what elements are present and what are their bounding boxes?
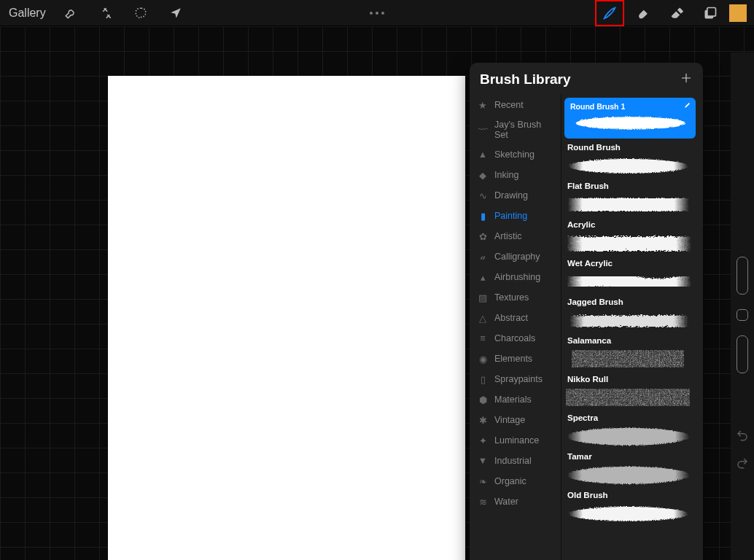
- svg-point-3: [568, 158, 688, 173]
- svg-rect-1: [707, 7, 716, 16]
- category-item-industrial[interactable]: ▼Industrial: [470, 451, 561, 471]
- brush-preview: [564, 502, 691, 525]
- category-item-organic[interactable]: ❧Organic: [470, 471, 561, 491]
- brush-name: Jagged Brush: [567, 298, 699, 306]
- panel-header: Brush Library: [470, 63, 703, 95]
- color-swatch[interactable]: [729, 4, 747, 22]
- brush-name: Old Brush: [567, 491, 699, 499]
- category-item-jay-s-brush-set[interactable]: 〰Jay's Brush Set: [470, 115, 561, 144]
- workspace: Brush Library ★Recent〰Jay's Brush Set▲Sk…: [0, 26, 754, 560]
- category-item-artistic[interactable]: ✿Artistic: [470, 226, 561, 246]
- brush-item[interactable]: Old Brush: [564, 491, 699, 525]
- svg-point-2: [575, 116, 685, 128]
- category-item-painting[interactable]: ▮Painting: [470, 206, 561, 226]
- brush-item[interactable]: Tamar: [564, 452, 699, 486]
- undo-icon[interactable]: [736, 429, 749, 442]
- canvas[interactable]: [108, 76, 465, 560]
- category-icon: ▮: [477, 210, 489, 222]
- brush-preview: [564, 308, 691, 332]
- brush-preview: [564, 347, 691, 370]
- brush-tool-button[interactable]: [595, 0, 624, 26]
- brush-preview: [564, 154, 691, 177]
- eraser-tool-button[interactable]: [662, 0, 691, 26]
- category-item-calligraphy[interactable]: 𝒶Calligraphy: [470, 246, 561, 267]
- category-label: Spraypaints: [494, 374, 543, 384]
- brush-item[interactable]: Flat Brush: [564, 182, 699, 216]
- category-label: Water: [494, 497, 518, 507]
- brush-name: Spectra: [567, 413, 699, 422]
- category-item-charcoals[interactable]: ≡Charcoals: [470, 328, 561, 349]
- svg-rect-6: [569, 314, 687, 326]
- category-label: Painting: [494, 211, 527, 221]
- brush-item[interactable]: Round Brush: [564, 143, 699, 177]
- brush-item-selected[interactable]: Round Brush 1: [564, 98, 696, 139]
- category-label: Abstract: [494, 313, 528, 323]
- category-item-airbrushing[interactable]: ▴Airbrushing: [470, 267, 561, 287]
- adjustments-icon[interactable]: [91, 0, 120, 26]
- category-item-luminance[interactable]: ✦Luminance: [470, 430, 561, 451]
- top-toolbar-left: Gallery: [4, 0, 190, 26]
- brush-preview: [564, 386, 691, 409]
- selection-icon[interactable]: [126, 0, 155, 26]
- category-item-water[interactable]: ≋Water: [470, 491, 561, 512]
- category-icon: ⬢: [477, 394, 489, 405]
- category-item-vintage[interactable]: ✱Vintage: [470, 410, 561, 430]
- category-item-sketching[interactable]: ▲Sketching: [470, 144, 561, 165]
- category-icon: ✱: [477, 414, 489, 426]
- category-icon: ∿: [477, 190, 489, 201]
- svg-rect-4: [567, 198, 688, 211]
- category-icon: 𝒶: [477, 251, 489, 262]
- brush-size-slider[interactable]: [736, 257, 748, 295]
- right-sidebar: [731, 52, 754, 560]
- brush-item[interactable]: Spectra: [564, 413, 699, 448]
- move-icon[interactable]: [161, 0, 190, 26]
- category-label: Recent: [494, 100, 524, 110]
- category-label: Elements: [494, 354, 532, 364]
- brush-opacity-slider[interactable]: [736, 335, 748, 373]
- category-item-drawing[interactable]: ∿Drawing: [470, 185, 561, 206]
- brush-name: Round Brush 1: [570, 102, 625, 111]
- add-brush-button[interactable]: [680, 70, 693, 89]
- brush-preview: [564, 270, 691, 293]
- category-label: Artistic: [494, 231, 522, 241]
- ellipsis-menu[interactable]: [370, 12, 384, 15]
- brush-item[interactable]: Acrylic: [564, 220, 699, 254]
- category-item-materials[interactable]: ⬢Materials: [470, 389, 561, 410]
- brush-name: Nikko Rull: [567, 375, 699, 384]
- brush-item[interactable]: Wet Acrylic: [564, 259, 699, 293]
- category-label: Textures: [494, 292, 529, 303]
- brush-category-list: ★Recent〰Jay's Brush Set▲Sketching◆Inking…: [470, 95, 561, 560]
- edit-brush-icon[interactable]: [684, 101, 691, 111]
- layers-button[interactable]: [696, 0, 725, 26]
- category-icon: ★: [477, 99, 489, 111]
- category-item-recent[interactable]: ★Recent: [470, 95, 561, 115]
- category-item-elements[interactable]: ◉Elements: [470, 349, 561, 369]
- category-item-textures[interactable]: ▨Textures: [470, 287, 561, 308]
- brush-preview: [564, 192, 691, 216]
- brush-name: Salamanca: [567, 336, 699, 345]
- brush-item[interactable]: Nikko Rull: [564, 375, 699, 409]
- brush-name: Round Brush: [567, 143, 699, 152]
- brush-item[interactable]: Jagged Brush: [564, 298, 699, 332]
- svg-point-9: [567, 427, 689, 445]
- brush-name: Tamar: [567, 452, 699, 461]
- redo-icon[interactable]: [736, 456, 749, 470]
- modify-button[interactable]: [736, 309, 748, 321]
- brush-name: Flat Brush: [567, 182, 699, 190]
- brush-preview: [569, 111, 691, 134]
- category-item-abstract[interactable]: △Abstract: [470, 308, 561, 328]
- category-label: Charcoals: [494, 333, 535, 343]
- category-item-spraypaints[interactable]: ▯Spraypaints: [470, 369, 561, 389]
- category-icon: ▯: [477, 373, 489, 385]
- svg-point-11: [568, 506, 688, 521]
- wrench-icon[interactable]: [56, 0, 85, 26]
- category-icon: 〰: [477, 124, 489, 136]
- svg-rect-8: [566, 389, 690, 406]
- category-label: Calligraphy: [494, 252, 540, 262]
- brush-item[interactable]: Salamanca: [564, 336, 699, 370]
- category-label: Materials: [494, 394, 532, 405]
- category-item-inking[interactable]: ◆Inking: [470, 165, 561, 185]
- gallery-button[interactable]: Gallery: [4, 7, 50, 20]
- smudge-tool-button[interactable]: [629, 0, 658, 26]
- brush-preview: [564, 424, 691, 448]
